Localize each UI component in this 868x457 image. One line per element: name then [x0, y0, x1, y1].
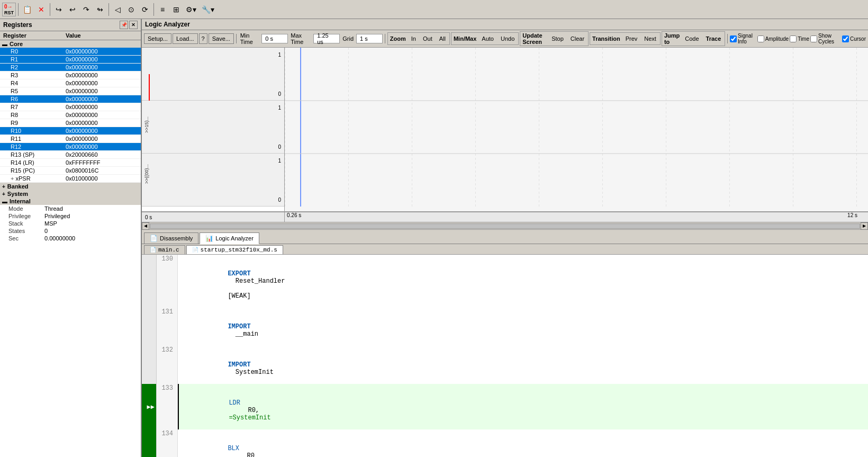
reg-r3[interactable]: R3 0x00000000: [0, 71, 141, 79]
la-next-button[interactable]: Next: [641, 33, 659, 44]
reg-r4-value: 0x00000000: [64, 80, 141, 86]
la-cursor-check[interactable]: Cursor: [842, 35, 866, 42]
group-internal[interactable]: ▬ Internal: [0, 198, 141, 205]
view-button[interactable]: ≡: [156, 3, 169, 16]
tools-button[interactable]: 🔧▾: [200, 3, 216, 16]
la-clear-button[interactable]: Clear: [567, 33, 587, 44]
main-import: __main: [228, 330, 258, 338]
la-signal-info-checkbox[interactable]: [730, 35, 737, 42]
reg-pin-button[interactable]: 📌: [120, 21, 128, 29]
la-auto-button[interactable]: Auto: [478, 33, 497, 44]
reg-r4[interactable]: R4 0x00000000: [0, 79, 141, 87]
copy-button[interactable]: 📋: [21, 3, 34, 16]
tab-logic-analyzer-label: Logic Analyzer: [215, 235, 254, 241]
reg-close-button[interactable]: ✕: [129, 21, 138, 29]
code-tab-startup[interactable]: 📄 startup_stm32f10x_md.s: [186, 245, 283, 254]
step-out-button[interactable]: ↩: [66, 3, 79, 16]
la-zoom-in-button[interactable]: In: [408, 33, 419, 44]
reg-r5[interactable]: R5 0x00000000: [0, 87, 141, 95]
la-zoom-out-button[interactable]: Out: [420, 33, 436, 44]
reg-r0[interactable]: R0 0x00000000: [0, 48, 141, 56]
la-time-check[interactable]: Time: [790, 35, 809, 42]
export-keyword: EXPORT: [228, 270, 250, 277]
sig1-hi: 1: [278, 52, 281, 58]
reg-r1-name: R1: [0, 56, 64, 62]
config-button[interactable]: ⚙▾: [184, 3, 198, 16]
la-help-button[interactable]: ?: [199, 33, 207, 44]
reg-r6[interactable]: R6 0x00000000: [0, 95, 141, 103]
la-stop-button[interactable]: Stop: [548, 33, 567, 44]
reg-r7-name: R7: [0, 104, 64, 110]
internal-expand-icon: ▬: [2, 199, 7, 204]
internal-stack-name: Stack: [0, 220, 42, 227]
back-button[interactable]: ◁: [111, 3, 124, 16]
group-banked[interactable]: + Banked: [0, 183, 141, 190]
la-trace-button[interactable]: Trace: [703, 33, 725, 44]
reg-r12[interactable]: R12 0x00000000: [0, 143, 141, 151]
internal-stack-value: MSP: [42, 220, 141, 227]
la-undo-button[interactable]: Undo: [498, 33, 518, 44]
la-load-button[interactable]: Load...: [173, 33, 198, 44]
run-button[interactable]: ↬: [94, 3, 106, 16]
reg-r11-name: R11: [0, 136, 64, 142]
code-tab-main[interactable]: 📄 main.c: [144, 245, 185, 254]
reg-r15[interactable]: R15 (PC) 0x0800016C: [0, 167, 141, 175]
core-expand-icon: ▬: [2, 41, 7, 47]
reg-r0-name: R0: [0, 48, 64, 55]
la-zoom-all-button[interactable]: All: [436, 33, 449, 44]
group-system[interactable]: + System: [0, 190, 141, 198]
group-core[interactable]: ▬ Core: [0, 40, 141, 48]
stop-button[interactable]: ✕: [35, 3, 48, 16]
la-time-checkbox[interactable]: [790, 35, 797, 42]
la-code-button[interactable]: Code: [682, 33, 702, 44]
reg-r10[interactable]: R10 0x00000000: [0, 127, 141, 135]
tab-disassembly[interactable]: 📄 Disassembly: [144, 232, 198, 244]
la-signal-info-check[interactable]: Signal Info: [730, 33, 756, 44]
internal-privilege: Privilege Privileged: [0, 212, 141, 220]
la-save-button[interactable]: Save...: [209, 33, 234, 44]
reg-r0-value: 0x00000000: [64, 48, 141, 55]
internal-stack: Stack MSP: [0, 220, 141, 227]
scroll-right-button[interactable]: ▶: [861, 222, 868, 230]
line-132-num: 132: [157, 346, 178, 384]
scroll-left-button[interactable]: ◀: [142, 222, 149, 230]
layout-button[interactable]: ⊞: [170, 3, 183, 16]
la-setup-button[interactable]: Setup...: [144, 33, 171, 44]
la-show-cycles-checkbox[interactable]: [810, 35, 817, 42]
sep2: [50, 3, 50, 16]
ldr-1-args: R0,: [229, 407, 263, 414]
reg-r13-value: 0x20000660: [64, 151, 141, 158]
reg-r1[interactable]: R1 0x00000000: [0, 56, 141, 64]
line-134-code: BLX R0: [178, 429, 868, 457]
la-transition-label: Transition: [591, 35, 622, 42]
reg-r2[interactable]: R2 0x00000000: [0, 64, 141, 71]
la-amplitude-checkbox[interactable]: [757, 35, 764, 42]
reg-r11[interactable]: R11 0x00000000: [0, 135, 141, 143]
la-show-cycles-check[interactable]: Show Cycles: [810, 33, 841, 44]
la-amplitude-check[interactable]: Amplitude: [757, 35, 789, 42]
col-register-label: Register: [0, 32, 64, 39]
refresh-button[interactable]: ⟳: [139, 3, 151, 16]
import-keyword-2: IMPORT: [228, 361, 250, 369]
la-prev-button[interactable]: Prev: [622, 33, 641, 44]
reg-r7[interactable]: R7 0x00000000: [0, 103, 141, 111]
la-scrollbar: ◀ ▶: [142, 222, 868, 230]
la-cursor-checkbox[interactable]: [842, 35, 849, 42]
reg-r9[interactable]: R9 0x00000000: [0, 119, 141, 127]
reg-r12-name: R12: [0, 144, 64, 150]
systeminit-ref: =SystemInit: [229, 414, 270, 422]
step-in-button[interactable]: ↪: [52, 3, 65, 16]
reg-xpsr[interactable]: + xPSR 0x01000000: [0, 175, 141, 183]
tab-logic-analyzer[interactable]: 📊 Logic Analyzer: [200, 232, 259, 244]
forward-button[interactable]: ⊙: [125, 3, 138, 16]
reg-r8[interactable]: R8 0x00000000: [0, 111, 141, 119]
step-over-button[interactable]: ↷: [80, 3, 93, 16]
line-133-code: LDR R0, =SystemInit: [178, 384, 868, 429]
scroll-track[interactable]: [150, 223, 860, 229]
reg-r14[interactable]: R14 (LR) 0xFFFFFFFF: [0, 159, 141, 167]
sep1: [18, 3, 19, 16]
ldr-instr-1: LDR: [229, 399, 240, 407]
la-amplitude-label: Amplitude: [765, 36, 789, 42]
la-time-ruler-left: 0 s: [142, 212, 285, 222]
reg-r13[interactable]: R13 (SP) 0x20000660: [0, 151, 141, 159]
